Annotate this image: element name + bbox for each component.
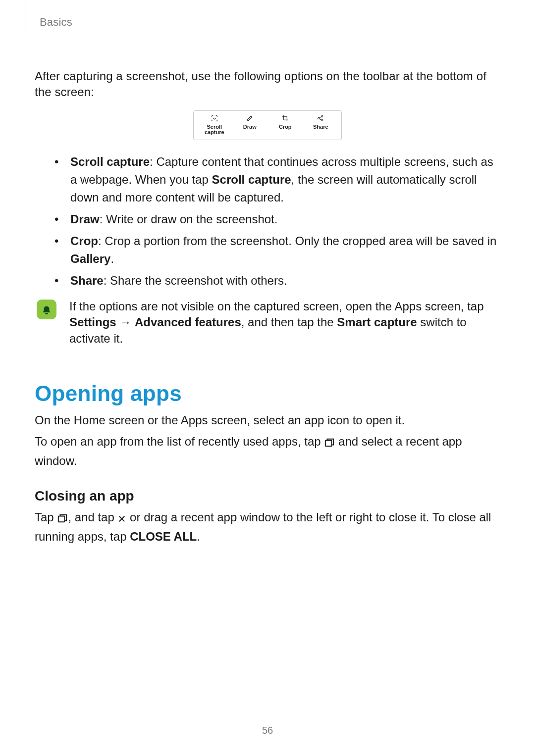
note-settings: Settings [69,315,116,329]
arrow-icon: → [116,315,135,329]
share-icon [317,114,324,123]
crop-icon [281,114,289,123]
text-frag: To open an app from the list of recently… [35,435,324,448]
paragraph: To open an app from the list of recently… [35,433,500,470]
close-all-label: CLOSE ALL [130,530,197,543]
breadcrumb: Basics [40,16,500,29]
note-bell-icon [37,300,56,319]
toolbar-draw: Draw [232,114,268,130]
bullet-text: : Write or draw on the screenshot. [100,212,278,226]
toolbar-scroll-capture: Scroll capture [197,114,232,136]
text-frag: , and tap [68,510,117,524]
text-frag: Tap [35,510,57,524]
svg-rect-3 [325,440,332,446]
note-frag: If the options are not visible on the ca… [69,300,484,313]
note-advanced: Advanced features [135,315,241,329]
paragraph: Tap , and tap or drag a recent app windo… [35,509,500,546]
feature-list: Scroll capture: Capture content that con… [35,153,500,290]
note-smart: Smart capture [337,315,417,329]
text-frag: . [197,530,200,543]
bullet-text: : Crop a portion from the screenshot. On… [98,234,496,248]
svg-point-0 [318,117,320,119]
recent-apps-icon [57,511,68,528]
paragraph: On the Home screen or the Apps screen, s… [35,412,500,429]
section-heading-opening-apps: Opening apps [35,381,500,406]
list-item: Share: Share the screenshot with others. [54,272,500,290]
toolbar-crop: Crop [268,114,303,130]
bullet-bold-inner: Gallery [70,252,110,265]
intro-paragraph: After capturing a screenshot, use the fo… [35,68,500,101]
recent-apps-icon [324,435,335,453]
draw-icon [246,114,254,123]
svg-point-2 [321,119,323,121]
list-item: Draw: Write or draw on the screenshot. [54,210,500,228]
list-item: Crop: Crop a portion from the screenshot… [54,232,500,268]
toolbar-share-label: Share [313,124,328,130]
toolbar-share: Share [303,114,339,130]
note-text: If the options are not visible on the ca… [69,299,500,347]
bullet-lead: Scroll capture [70,155,150,168]
bullet-lead: Crop [70,234,98,248]
toolbar-scroll-sublabel: capture [205,130,224,136]
list-item: Scroll capture: Capture content that con… [54,153,500,206]
note-frag: , and then tap the [241,315,337,329]
bullet-text: . [110,252,114,265]
toolbar-crop-label: Crop [279,124,292,130]
screenshot-toolbar-figure: Scroll capture Draw Crop [193,110,342,140]
bullet-bold-inner: Scroll capture [212,173,291,186]
closing-an-app-heading: Closing an app [35,488,500,504]
note-row: If the options are not visible on the ca… [35,299,500,347]
side-rule [25,0,25,30]
scroll-capture-icon [211,114,218,123]
bullet-text: : Share the screenshot with others. [104,274,287,287]
page-number: 56 [0,725,535,736]
svg-rect-4 [58,516,65,522]
bullet-lead: Share [70,274,104,287]
svg-point-1 [321,115,323,117]
bullet-lead: Draw [70,212,100,226]
close-x-icon [117,511,126,528]
toolbar-draw-label: Draw [243,124,257,130]
